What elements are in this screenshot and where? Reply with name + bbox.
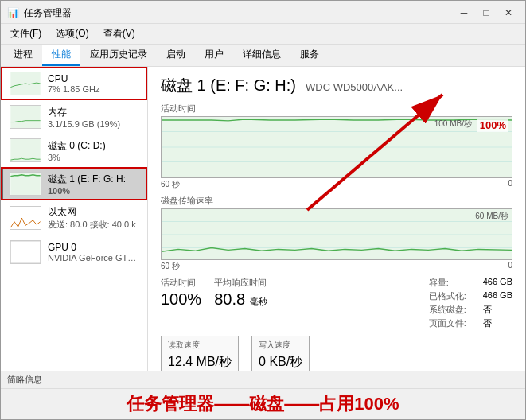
right-stats-group: 容量: 466 GB 已格式化: 466 GB 系统磁盘: 否 页面文件: 否 [429,277,512,329]
active-time-label: 活动时间 [161,277,201,289]
svg-rect-10 [162,209,512,259]
disk0-mini-chart [10,138,41,162]
memory-detail: 3.1/15.9 GB (19%) [48,119,141,129]
write-speed-label: 写入速度 [259,340,302,352]
menu-bar: 文件(F) 选项(O) 查看(V) [1,24,525,45]
sidebar: CPU 7% 1.85 GHz 内存 3.1/15.9 GB (19%) [1,67,148,371]
gpu-info: GPU 0 NVIDIA GeForce GTX 1% [48,242,141,262]
chart-activity: 100% 100 MB/秒 [161,116,512,178]
capacity-value: 466 GB [483,277,512,289]
system-disk-value: 否 [483,304,492,316]
window-icon: 📊 [7,7,19,18]
tab-startup[interactable]: 启动 [157,45,195,66]
window-title: 任务管理器 [24,6,72,20]
gpu-name: GPU 0 [48,242,141,253]
tab-performance[interactable]: 性能 [42,45,80,66]
write-speed-box: 写入速度 0 KB/秒 [251,336,310,371]
cpu-info: CPU 7% 1.85 GHz [48,73,141,94]
speed-boxes: 读取速度 12.4 MB/秒 写入速度 0 KB/秒 [161,336,512,371]
tab-users[interactable]: 用户 [195,45,233,66]
svg-rect-2 [10,139,40,161]
detail-disk-name: 磁盘 1 (E: F: G: H:) [161,75,296,96]
response-time-value: 80.8 毫秒 [214,290,267,309]
chart2-label: 磁盘传输速率 [161,195,512,207]
task-manager-window: 📊 任务管理器 ─ □ ✕ 文件(F) 选项(O) 查看(V) 进程 性能 应用… [0,0,526,420]
read-speed-box: 读取速度 12.4 MB/秒 [161,336,239,371]
tab-details[interactable]: 详细信息 [233,45,290,66]
gpu-detail: NVIDIA GeForce GTX 1% [48,253,141,262]
tabs-bar: 进程 性能 应用历史记录 启动 用户 详细信息 服务 [1,45,525,67]
sidebar-item-disk1[interactable]: 磁盘 1 (E: F: G: H: 100% [1,167,147,200]
chart1-label: 活动时间 [161,103,512,115]
chart1-axis-left: 60 秒 [161,179,180,190]
sidebar-item-ethernet[interactable]: 以太网 发送: 80.0 接收: 40.0 k [1,200,147,235]
tab-services[interactable]: 服务 [290,45,329,66]
main-content: CPU 7% 1.85 GHz 内存 3.1/15.9 GB (19%) [1,67,525,371]
memory-info: 内存 3.1/15.9 GB (19%) [48,106,141,129]
chart2-axis: 60 秒 0 [161,261,512,272]
disk0-name: 磁盘 0 (C: D:) [48,139,141,153]
disk1-mini-chart [10,172,41,196]
menu-file[interactable]: 文件(F) [4,25,48,42]
menu-options[interactable]: 选项(O) [49,25,95,42]
disk1-detail: 100% [48,186,141,196]
cpu-name: CPU [48,73,141,84]
chart2-axis-right: 0 [508,261,512,272]
chart-transfer-section: 磁盘传输速率 60 MB/秒 60 秒 0 [161,195,512,272]
ethernet-detail: 发送: 80.0 接收: 40.0 k [48,219,141,231]
sidebar-item-disk0[interactable]: 磁盘 0 (C: D:) 3% [1,134,147,167]
capacity-row: 容量: 466 GB [429,277,512,289]
disk0-detail: 3% [48,153,141,162]
formatted-label: 已格式化: [429,290,477,302]
page-file-value: 否 [483,317,492,329]
minimize-button[interactable]: ─ [454,6,474,20]
memory-name: 内存 [48,106,141,119]
write-speed-value: 0 KB/秒 [259,354,302,371]
detail-title-row: 磁盘 1 (E: F: G: H:) WDC WD5000AAK... [161,75,512,96]
tab-app-history[interactable]: 应用历史记录 [80,45,157,66]
chart-transfer: 60 MB/秒 [161,208,512,260]
sidebar-item-memory[interactable]: 内存 3.1/15.9 GB (19%) [1,100,147,134]
bottom-bar: 简略信息 [1,371,525,388]
chart1-axis-right: 0 [508,179,512,190]
sidebar-item-cpu[interactable]: CPU 7% 1.85 GHz [1,67,147,100]
title-bar-left: 📊 任务管理器 [7,6,72,20]
cpu-mini-chart [10,72,41,95]
read-speed-label: 读取速度 [168,340,232,352]
ethernet-mini-chart [10,206,41,230]
formatted-value: 466 GB [483,290,512,302]
stats-section: 活动时间 100% 平均响应时间 80.8 毫秒 容量: 466 GB 已格式化… [161,277,512,329]
menu-view[interactable]: 查看(V) [97,25,142,42]
detail-disk-model: WDC WD5000AAK... [306,81,403,93]
chart1-scale: 100 MB/秒 [434,119,472,130]
svg-rect-1 [10,106,40,128]
response-time-group: 平均响应时间 80.8 毫秒 [214,277,267,309]
title-bar: 📊 任务管理器 ─ □ ✕ [1,1,525,24]
disk0-info: 磁盘 0 (C: D:) 3% [48,139,141,162]
maximize-button[interactable]: □ [476,6,497,20]
svg-rect-5 [10,241,40,263]
chart2-scale: 60 MB/秒 [475,211,508,222]
capacity-label: 容量: [429,277,477,289]
chart2-axis-left: 60 秒 [161,261,180,272]
formatted-row: 已格式化: 466 GB [429,290,512,302]
cpu-detail: 7% 1.85 GHz [48,84,141,94]
page-file-label: 页面文件: [429,317,477,329]
bottom-bar-text[interactable]: 简略信息 [7,374,42,386]
ethernet-info: 以太网 发送: 80.0 接收: 40.0 k [48,205,141,231]
chart1-percent-badge: 100% [477,119,508,132]
system-disk-label: 系统磁盘: [429,304,477,316]
close-button[interactable]: ✕ [498,6,519,20]
gpu-mini-chart [10,240,41,264]
response-time-label: 平均响应时间 [214,277,267,289]
disk1-name: 磁盘 1 (E: F: G: H: [48,173,141,186]
chart-activity-section: 活动时间 100% 100 MB/秒 60 秒 [161,103,512,190]
page-file-row: 页面文件: 否 [429,317,512,329]
system-disk-row: 系统磁盘: 否 [429,304,512,316]
title-buttons: ─ □ ✕ [454,6,519,20]
tab-process[interactable]: 进程 [4,45,42,66]
annotation-text: 任务管理器——磁盘——占用100% [1,388,525,419]
ethernet-name: 以太网 [48,205,141,219]
sidebar-item-gpu[interactable]: GPU 0 NVIDIA GeForce GTX 1% [1,235,147,269]
active-time-group: 活动时间 100% [161,277,201,309]
